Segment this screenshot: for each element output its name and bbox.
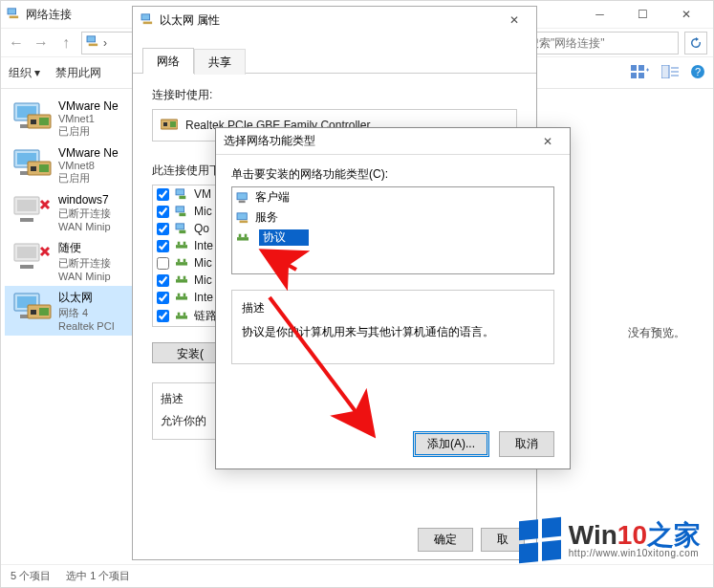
forward-icon[interactable]: → <box>32 33 51 53</box>
explorer-status-bar: 5 个项目 选中 1 个项目 <box>1 564 713 587</box>
brand-prefix: Win <box>569 520 617 550</box>
organize-menu[interactable]: 组织 ▾ <box>9 65 40 81</box>
list-item-selected[interactable]: 以太网 网络 4 Realtek PCI <box>5 286 141 336</box>
list-item[interactable]: 随便 已断开连接 WAN Minip <box>5 236 141 286</box>
adapter-icon <box>12 146 53 181</box>
close-button[interactable]: ✕ <box>664 1 707 28</box>
client-icon <box>236 192 249 204</box>
item-status: 已启用 <box>58 124 119 139</box>
tab-network[interactable]: 网络 <box>142 48 194 74</box>
svg-rect-68 <box>240 220 249 223</box>
svg-rect-43 <box>170 121 176 127</box>
svg-rect-59 <box>176 296 187 299</box>
status-item-count: 5 个项目 <box>11 569 51 583</box>
svg-rect-71 <box>245 233 248 236</box>
item-label: 协议 <box>259 229 309 246</box>
svg-rect-61 <box>184 294 186 296</box>
protocol-icon <box>175 274 188 286</box>
svg-rect-8 <box>661 65 669 78</box>
svg-rect-20 <box>39 118 49 125</box>
search-input[interactable] <box>521 32 679 54</box>
svg-text:?: ? <box>695 66 701 77</box>
disable-device-menu[interactable]: 禁用此网 <box>55 65 101 81</box>
tab-sharing[interactable]: 共享 <box>194 49 246 75</box>
svg-rect-5 <box>638 65 644 71</box>
close-icon[interactable]: ✕ <box>533 135 562 148</box>
list-item-protocol[interactable]: 协议 <box>232 228 553 248</box>
svg-rect-52 <box>184 242 186 245</box>
maximize-button[interactable]: ☐ <box>621 1 664 28</box>
network-icon <box>86 35 99 50</box>
refresh-button[interactable] <box>684 32 707 54</box>
cancel-button[interactable]: 取消 <box>499 431 554 457</box>
svg-rect-53 <box>176 262 187 265</box>
protocol-icon <box>175 223 188 234</box>
protocol-checkbox[interactable] <box>157 310 169 322</box>
protocol-label: VM <box>194 187 211 201</box>
protocol-icon <box>175 240 188 251</box>
list-item-service[interactable]: 服务 <box>232 207 553 228</box>
protocol-checkbox[interactable] <box>157 274 169 287</box>
view-grid-icon[interactable] <box>631 65 650 81</box>
close-icon[interactable]: ✕ <box>500 13 529 27</box>
item-sub: VMnet1 <box>58 113 119 124</box>
protocol-checkbox[interactable] <box>157 206 169 218</box>
protocol-label: Inte <box>194 291 213 304</box>
item-name: VMware Ne <box>58 146 119 160</box>
prompt-label: 单击要安装的网络功能类型(C): <box>231 166 554 183</box>
protocol-label: Mic <box>194 205 212 218</box>
svg-rect-63 <box>178 312 181 315</box>
list-item[interactable]: windows7 已断开连接 WAN Minip <box>5 189 141 236</box>
protocol-checkbox[interactable] <box>157 240 169 252</box>
ok-button[interactable]: 确定 <box>418 528 473 552</box>
description-text: 协议是你的计算机用来与其他计算机通信的语言。 <box>242 324 544 340</box>
item-name: windows7 <box>58 193 111 207</box>
protocol-label: Qo <box>194 222 209 235</box>
protocol-checkbox[interactable] <box>157 188 169 201</box>
svg-rect-39 <box>141 13 150 19</box>
no-preview-label: 没有预览。 <box>628 325 685 341</box>
protocol-label: Mic <box>194 273 212 287</box>
svg-rect-6 <box>631 73 637 78</box>
add-button[interactable]: 添加(A)... <box>413 431 489 457</box>
dialog-title: 选择网络功能类型 <box>224 133 315 149</box>
list-item[interactable]: VMware Ne VMnet1 已启用 <box>5 96 141 142</box>
back-icon[interactable]: ← <box>7 33 26 53</box>
svg-rect-66 <box>239 200 246 203</box>
brand-url: http://www.win10xitong.com <box>569 549 701 558</box>
up-icon[interactable]: ↑ <box>56 33 76 53</box>
item-name: 以太网 <box>58 290 115 306</box>
adapter-icon <box>12 99 53 134</box>
view-details-icon[interactable] <box>661 65 679 81</box>
help-icon[interactable]: ? <box>690 64 705 82</box>
list-item[interactable]: VMware Ne VMnet8 已启用 <box>5 142 141 189</box>
protocol-icon <box>175 188 188 200</box>
svg-rect-32 <box>20 265 33 269</box>
svg-rect-46 <box>176 207 184 212</box>
protocol-checkbox[interactable] <box>157 292 169 304</box>
watermark: Win10之家 http://www.win10xitong.com <box>519 519 701 561</box>
item-status: 已启用 <box>58 171 119 185</box>
adapter-icon <box>12 193 53 228</box>
item-status: WAN Minip <box>58 221 111 232</box>
windows-logo-icon <box>519 517 561 564</box>
svg-rect-7 <box>638 73 644 78</box>
network-icon <box>7 8 20 22</box>
protocol-checkbox[interactable] <box>157 257 169 270</box>
adapter-icon <box>12 240 53 274</box>
status-selected-count: 选中 1 个项目 <box>66 569 130 583</box>
protocol-checkbox[interactable] <box>157 223 169 235</box>
svg-rect-65 <box>237 192 247 199</box>
dialog-titlebar: 以太网 属性 ✕ <box>133 7 536 33</box>
feature-type-list[interactable]: 客户端 服务 协议 <box>231 186 554 274</box>
svg-rect-1 <box>10 15 18 18</box>
minimize-button[interactable]: ─ <box>578 1 621 28</box>
tab-strip: 网络 共享 <box>133 47 536 74</box>
list-item-client[interactable]: 客户端 <box>232 187 553 207</box>
select-feature-type-dialog: 选择网络功能类型 ✕ 单击要安装的网络功能类型(C): 客户端 服务 协议 描述… <box>215 127 571 469</box>
svg-rect-49 <box>179 230 185 233</box>
description-header: 描述 <box>242 300 544 316</box>
svg-rect-62 <box>176 316 187 318</box>
item-status: WAN Minip <box>58 271 111 282</box>
protocol-icon <box>175 311 188 322</box>
